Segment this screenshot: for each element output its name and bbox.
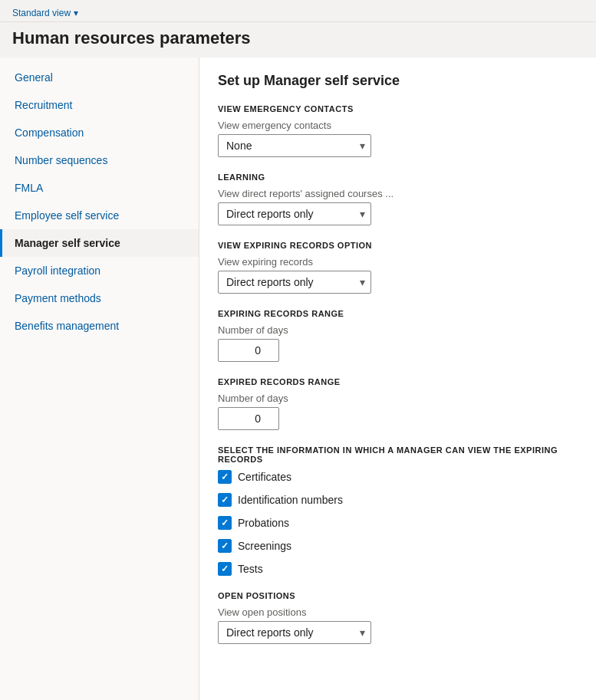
checkbox-tests[interactable]: ✓ Tests (218, 562, 578, 576)
sidebar-item-label: Payroll integration (15, 265, 100, 277)
checkbox-box-tests: ✓ (218, 562, 232, 576)
checkbox-group: ✓ Certificates ✓ Identification numbers … (218, 470, 578, 576)
sidebar-item-label: Payment methods (15, 292, 101, 304)
sidebar-item-number-sequences[interactable]: Number sequences (0, 146, 199, 174)
checkbox-probations[interactable]: ✓ Probations (218, 516, 578, 530)
emergency-contacts-label: View emergency contacts (218, 120, 578, 131)
open-positions-select-wrapper: None Direct reports only All reports ▾ (218, 621, 371, 644)
sidebar-item-label: Manager self service (15, 237, 120, 249)
expiring-records-option-label: View expiring records (218, 256, 578, 268)
learning-select[interactable]: None Direct reports only All reports (218, 202, 371, 225)
checkbox-box-identification-numbers: ✓ (218, 493, 232, 507)
expiring-records-option-select[interactable]: None Direct reports only All reports (218, 271, 371, 294)
checkbox-identification-numbers[interactable]: ✓ Identification numbers (218, 493, 578, 507)
sidebar-item-label: Compensation (15, 127, 84, 139)
checkmark-icon: ✓ (221, 564, 229, 574)
top-bar: Standard view ▾ (0, 0, 596, 22)
checkmark-icon: ✓ (221, 518, 229, 528)
checkbox-screenings[interactable]: ✓ Screenings (218, 539, 578, 553)
emergency-contacts-heading: VIEW EMERGENCY CONTACTS (218, 104, 578, 113)
chevron-down-icon: ▾ (74, 8, 78, 18)
open-positions-heading: OPEN POSITIONS (218, 591, 578, 600)
sidebar-item-employee-self-service[interactable]: Employee self service (0, 202, 199, 229)
checkmark-icon: ✓ (221, 541, 229, 551)
expired-records-range-heading: EXPIRED RECORDS RANGE (218, 377, 578, 386)
checkbox-label-probations: Probations (238, 517, 289, 529)
checkbox-box-screenings: ✓ (218, 539, 232, 553)
open-positions-group: OPEN POSITIONS View open positions None … (218, 591, 578, 644)
sidebar-item-label: Number sequences (15, 154, 107, 166)
sidebar-item-recruitment[interactable]: Recruitment (0, 91, 199, 119)
expiring-records-option-group: VIEW EXPIRING RECORDS OPTION View expiri… (218, 241, 578, 294)
sidebar-item-label: Employee self service (15, 209, 119, 222)
emergency-contacts-group: VIEW EMERGENCY CONTACTS View emergency c… (218, 104, 578, 157)
select-information-group: SELECT THE INFORMATION IN WHICH A MANAGE… (218, 445, 578, 576)
learning-group: LEARNING View direct reports' assigned c… (218, 173, 578, 225)
open-positions-label: View open positions (218, 606, 578, 618)
expired-records-range-label: Number of days (218, 393, 578, 404)
emergency-contacts-select-wrapper: None Direct reports only All reports ▾ (218, 134, 371, 157)
expired-records-range-group: EXPIRED RECORDS RANGE Number of days (218, 377, 578, 430)
sidebar-item-compensation[interactable]: Compensation (0, 119, 199, 146)
expiring-records-option-select-wrapper: None Direct reports only All reports ▾ (218, 271, 371, 294)
checkbox-label-tests: Tests (238, 563, 263, 575)
sidebar: General Recruitment Compensation Number … (0, 58, 199, 700)
checkbox-label-identification-numbers: Identification numbers (238, 494, 343, 506)
expiring-records-range-input[interactable] (218, 339, 279, 362)
sidebar-item-payment-methods[interactable]: Payment methods (0, 284, 199, 312)
expiring-records-range-heading: EXPIRING RECORDS RANGE (218, 309, 578, 318)
page-title: Human resources parameters (0, 22, 596, 58)
expiring-records-range-label: Number of days (218, 324, 578, 336)
sidebar-item-label: Recruitment (15, 99, 72, 111)
sidebar-item-manager-self-service[interactable]: Manager self service (0, 229, 199, 257)
learning-select-wrapper: None Direct reports only All reports ▾ (218, 202, 371, 225)
section-title: Set up Manager self service (218, 73, 578, 89)
checkmark-icon: ✓ (221, 472, 229, 482)
checkbox-box-probations: ✓ (218, 516, 232, 530)
content-area: Set up Manager self service VIEW EMERGEN… (199, 58, 596, 700)
checkmark-icon: ✓ (221, 495, 229, 505)
sidebar-item-benefits-management[interactable]: Benefits management (0, 312, 199, 340)
expiring-records-range-group: EXPIRING RECORDS RANGE Number of days (218, 309, 578, 362)
expired-records-range-input[interactable] (218, 407, 279, 430)
sidebar-item-general[interactable]: General (0, 64, 199, 91)
sidebar-item-label: General (15, 71, 53, 84)
learning-label: View direct reports' assigned courses ..… (218, 188, 578, 199)
select-information-heading: SELECT THE INFORMATION IN WHICH A MANAGE… (218, 445, 578, 464)
checkbox-certificates[interactable]: ✓ Certificates (218, 470, 578, 484)
sidebar-item-label: Benefits management (15, 320, 119, 332)
expiring-records-option-heading: VIEW EXPIRING RECORDS OPTION (218, 241, 578, 250)
main-layout: General Recruitment Compensation Number … (0, 58, 596, 700)
open-positions-select[interactable]: None Direct reports only All reports (218, 621, 371, 644)
sidebar-item-fmla[interactable]: FMLA (0, 174, 199, 202)
checkbox-label-screenings: Screenings (238, 540, 291, 552)
checkbox-label-certificates: Certificates (238, 471, 291, 483)
standard-view-label: Standard view (12, 8, 71, 18)
checkbox-box-certificates: ✓ (218, 470, 232, 484)
learning-heading: LEARNING (218, 173, 578, 182)
sidebar-item-label: FMLA (15, 182, 43, 194)
emergency-contacts-select[interactable]: None Direct reports only All reports (218, 134, 371, 157)
sidebar-item-payroll-integration[interactable]: Payroll integration (0, 257, 199, 284)
standard-view-dropdown[interactable]: Standard view ▾ (12, 8, 78, 18)
